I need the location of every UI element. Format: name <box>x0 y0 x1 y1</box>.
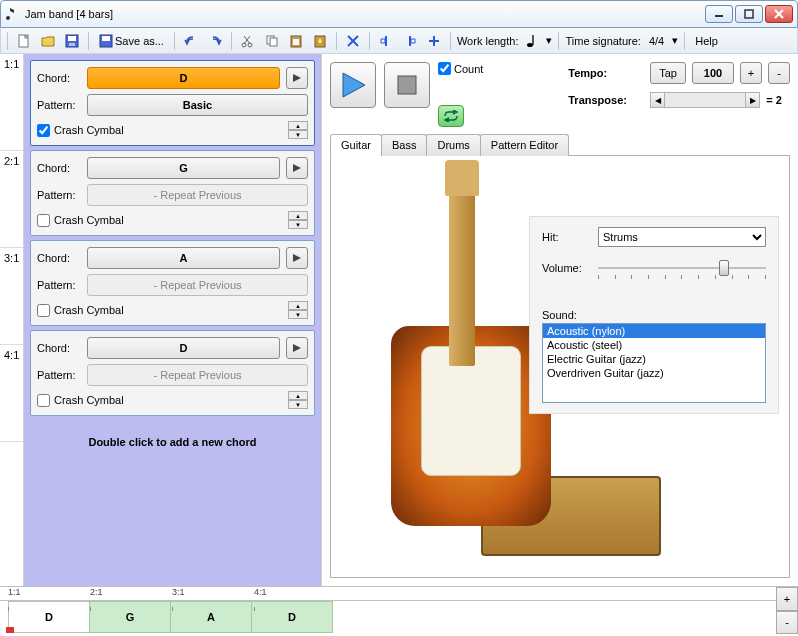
play-chord-button[interactable] <box>286 157 308 179</box>
chord-button[interactable]: D <box>87 67 280 89</box>
count-checkbox[interactable] <box>438 62 451 75</box>
ruler-mark: 1:1 <box>8 587 21 597</box>
tempo-plus-button[interactable]: + <box>740 62 762 84</box>
maximize-button[interactable] <box>735 5 763 23</box>
add-icon[interactable] <box>424 31 444 51</box>
volume-slider[interactable] <box>598 257 766 279</box>
svg-marker-30 <box>293 254 301 262</box>
sound-list[interactable]: Acoustic (nylon) Acoustic (steel) Electr… <box>542 323 766 403</box>
svg-rect-1 <box>745 10 753 18</box>
transpose-value: = 2 <box>766 94 782 106</box>
transpose-right-arrow[interactable]: ▶ <box>745 93 759 107</box>
paste-special-icon[interactable] <box>310 31 330 51</box>
tap-button[interactable]: Tap <box>650 62 686 84</box>
transpose-slider[interactable]: ◀ ▶ <box>650 92 760 108</box>
crash-checkbox[interactable] <box>37 214 50 227</box>
svg-marker-32 <box>343 73 365 97</box>
pattern-label: Pattern: <box>37 369 81 381</box>
pattern-button[interactable]: - Repeat Previous <box>87 274 308 296</box>
sound-item[interactable]: Acoustic (nylon) <box>543 324 765 338</box>
insert-after-icon[interactable] <box>400 31 420 51</box>
bar-num: 1:1 <box>0 54 23 151</box>
chord-card[interactable]: Chord: A Pattern: - Repeat Previous Cras… <box>30 240 315 326</box>
tab-guitar[interactable]: Guitar <box>330 134 382 156</box>
titlebar: Jam band [4 bars] <box>0 0 798 28</box>
crash-stepper[interactable]: ▲▼ <box>288 301 308 319</box>
delete-icon[interactable] <box>343 31 363 51</box>
chord-label: Chord: <box>37 252 81 264</box>
crash-checkbox[interactable] <box>37 394 50 407</box>
play-chord-button[interactable] <box>286 67 308 89</box>
pattern-button[interactable]: - Repeat Previous <box>87 364 308 386</box>
minimize-button[interactable] <box>705 5 733 23</box>
play-button[interactable] <box>330 62 376 108</box>
note-icon[interactable] <box>522 31 542 51</box>
chord-button[interactable]: A <box>87 247 280 269</box>
loop-button[interactable] <box>438 105 464 127</box>
close-button[interactable] <box>765 5 793 23</box>
chord-card[interactable]: Chord: G Pattern: - Repeat Previous Cras… <box>30 150 315 236</box>
crash-stepper[interactable]: ▲▼ <box>288 391 308 409</box>
svg-rect-15 <box>270 38 277 46</box>
sound-label: Sound: <box>542 309 766 321</box>
insert-before-icon[interactable] <box>376 31 396 51</box>
chord-button[interactable]: G <box>87 157 280 179</box>
tab-bass[interactable]: Bass <box>381 134 427 156</box>
sound-item[interactable]: Electric Guitar (jazz) <box>543 352 765 366</box>
tab-drums[interactable]: Drums <box>426 134 480 156</box>
note-dropdown-icon[interactable]: ▾ <box>546 34 552 47</box>
crash-label: Crash Cymbal <box>54 214 124 226</box>
hit-select[interactable]: Strums <box>598 227 766 247</box>
crash-checkbox[interactable] <box>37 124 50 137</box>
crash-label: Crash Cymbal <box>54 304 124 316</box>
tab-body-guitar: Hit: Strums Volume: Sound: Acous <box>330 156 790 578</box>
chord-label: Chord: <box>37 72 81 84</box>
tempo-minus-button[interactable]: - <box>768 62 790 84</box>
tab-pattern-editor[interactable]: Pattern Editor <box>480 134 569 156</box>
timesig-value[interactable]: 4/4 <box>645 35 668 47</box>
svg-point-26 <box>527 43 533 47</box>
open-file-icon[interactable] <box>38 31 58 51</box>
transpose-left-arrow[interactable]: ◀ <box>651 93 665 107</box>
timeline[interactable]: 1:1 2:1 3:1 4:1 D G A D <box>0 587 776 634</box>
crash-checkbox[interactable] <box>37 304 50 317</box>
undo-icon[interactable] <box>181 31 201 51</box>
cut-icon[interactable] <box>238 31 258 51</box>
save-as-button[interactable]: Save as... <box>95 34 168 48</box>
save-icon[interactable] <box>62 31 82 51</box>
timeline-zoom-out[interactable]: - <box>776 611 798 635</box>
stop-button[interactable] <box>384 62 430 108</box>
chord-card[interactable]: Chord: D Pattern: Basic Crash Cymbal ▲▼ <box>30 60 315 146</box>
new-file-icon[interactable] <box>14 31 34 51</box>
timeline-bar[interactable]: D <box>8 601 90 633</box>
add-chord-area[interactable]: Double click to add a new chord <box>30 420 315 464</box>
bar-num: 3:1 <box>0 248 23 345</box>
guitar-settings-panel: Hit: Strums Volume: Sound: Acous <box>529 216 779 414</box>
tempo-value[interactable]: 100 <box>692 62 734 84</box>
timeline-bar[interactable]: G <box>89 601 171 633</box>
svg-rect-6 <box>68 36 76 41</box>
play-chord-button[interactable] <box>286 337 308 359</box>
chord-button[interactable]: D <box>87 337 280 359</box>
pattern-button[interactable]: - Repeat Previous <box>87 184 308 206</box>
redo-icon[interactable] <box>205 31 225 51</box>
play-chord-button[interactable] <box>286 247 308 269</box>
pattern-button[interactable]: Basic <box>87 94 308 116</box>
svg-rect-33 <box>398 76 416 94</box>
timeline-zoom-in[interactable]: + <box>776 587 798 611</box>
help-link[interactable]: Help <box>691 35 722 47</box>
copy-icon[interactable] <box>262 31 282 51</box>
chord-card[interactable]: Chord: D Pattern: - Repeat Previous Cras… <box>30 330 315 416</box>
sound-item[interactable]: Overdriven Guitar (jazz) <box>543 366 765 380</box>
timeline-bar[interactable]: D <box>251 601 333 633</box>
tempo-label: Tempo: <box>568 67 644 79</box>
pattern-label: Pattern: <box>37 99 81 111</box>
volume-label: Volume: <box>542 262 598 274</box>
sound-item[interactable]: Acoustic (steel) <box>543 338 765 352</box>
timeline-bar[interactable]: A <box>170 601 252 633</box>
crash-stepper[interactable]: ▲▼ <box>288 211 308 229</box>
paste-icon[interactable] <box>286 31 306 51</box>
timesig-dropdown-icon[interactable]: ▾ <box>672 34 678 47</box>
svg-rect-18 <box>293 39 299 45</box>
crash-stepper[interactable]: ▲▼ <box>288 121 308 139</box>
